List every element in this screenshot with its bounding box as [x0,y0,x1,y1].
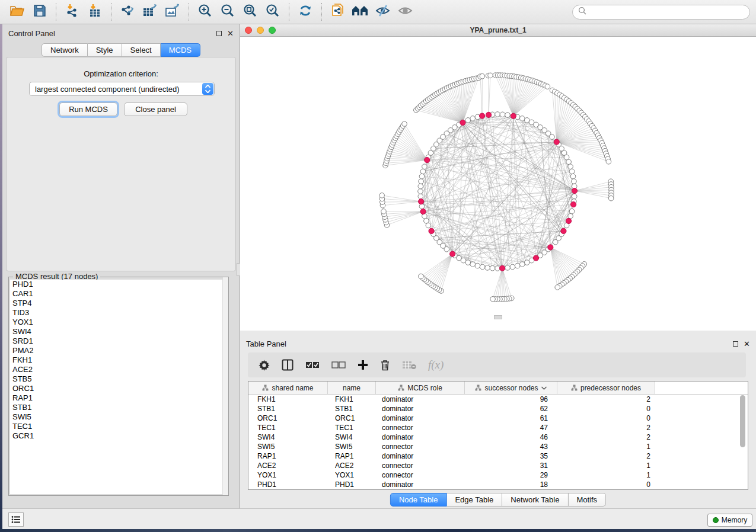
mcds-result-item[interactable]: STB1 [10,403,227,412]
columns-icon[interactable] [282,359,294,371]
float-panel-button[interactable] [216,31,222,36]
network-node[interactable] [495,112,500,117]
network-node[interactable] [519,262,525,267]
select-all-icon[interactable] [305,361,320,369]
network-window-titlebar[interactable]: YPA_prune.txt_1 [240,24,756,37]
float-table-panel-button[interactable] [733,341,738,347]
refresh-button[interactable] [295,2,315,21]
network-node[interactable] [480,264,485,270]
mcds-result-item[interactable]: CAR1 [10,289,227,299]
network-node[interactable] [568,164,573,169]
network-node[interactable] [418,194,423,199]
mcds-result-item[interactable]: ORC1 [10,384,227,393]
network-canvas[interactable] [240,37,756,331]
network-node[interactable] [519,116,525,121]
tab-motifs[interactable]: Motifs [568,493,606,507]
table-row[interactable]: ORC1ORC1dominator610 [248,414,748,423]
network-hub-node[interactable] [425,158,430,163]
tab-node-table[interactable]: Node Table [390,493,447,507]
search-field[interactable] [572,5,750,20]
import-table-button[interactable] [85,2,105,21]
export-network-button[interactable] [117,2,138,21]
network-hub-node[interactable] [460,120,465,125]
network-node[interactable] [470,262,476,267]
network-node[interactable] [475,263,480,268]
network-leaf-node[interactable] [606,159,611,164]
network-leaf-node[interactable] [490,297,496,302]
network-hub-node[interactable] [420,209,426,214]
column-header-mcds-role[interactable]: MCDS role [376,382,465,394]
tab-style[interactable]: Style [88,43,122,57]
table-row[interactable]: YOX1YOX1connector291 [248,470,748,480]
mcds-result-item[interactable]: RAP1 [10,393,227,403]
tab-mcds[interactable]: MCDS [161,43,200,57]
clone-network-button[interactable] [328,2,348,21]
network-node[interactable] [485,265,490,271]
network-hub-node[interactable] [479,113,484,118]
export-image-button[interactable] [162,2,183,21]
mcds-result-item[interactable]: PMA2 [10,346,227,355]
network-node[interactable] [572,179,577,184]
find-neighbors-button[interactable] [350,2,371,21]
table-row[interactable]: STB1STB1dominator620 [248,404,748,414]
network-node[interactable] [465,118,471,123]
optimization-criterion-select[interactable]: largest connected component (undirected) [29,82,215,96]
import-network-button[interactable] [62,2,82,21]
table-scrollbar-thumb[interactable] [740,395,745,447]
network-node[interactable] [500,112,505,117]
mcds-result-item[interactable]: PHD1 [10,280,227,289]
add-row-icon[interactable] [358,360,368,370]
network-node[interactable] [505,113,511,118]
network-leaf-node[interactable] [402,121,407,127]
network-leaf-node[interactable] [488,73,493,78]
network-leaf-node[interactable] [545,84,550,89]
network-hub-node[interactable] [561,228,566,233]
delete-column-icon[interactable] [402,360,416,370]
table-row[interactable]: TEC1TEC1connector472 [248,423,748,432]
export-table-button[interactable] [140,2,160,21]
gear-icon[interactable] [259,360,270,371]
network-node[interactable] [569,169,575,174]
mcds-result-item[interactable]: SWI5 [10,412,227,422]
table-row[interactable]: SWI4SWI4dominator462 [248,432,748,442]
table-row[interactable]: FKH1FKH1dominator962 [248,395,748,404]
network-node[interactable] [550,134,555,140]
network-node[interactable] [420,169,426,174]
mcds-list-scrollbar[interactable] [222,277,228,495]
memory-button[interactable]: Memory [707,514,752,527]
network-node[interactable] [566,159,572,165]
show-all-button[interactable] [395,2,416,21]
mcds-result-item[interactable]: SWI4 [10,327,227,336]
mcds-result-item[interactable]: TID3 [10,308,227,318]
mcds-result-item[interactable]: YOX1 [10,318,227,327]
network-node[interactable] [572,194,577,199]
close-panel-icon-button[interactable]: ✕ [227,31,234,36]
tab-edge-table[interactable]: Edge Table [446,493,502,507]
network-hub-node[interactable] [450,251,455,257]
search-input[interactable] [587,8,744,16]
network-node[interactable] [570,174,576,179]
network-node[interactable] [510,264,515,270]
close-table-panel-button[interactable]: ✕ [744,341,750,347]
network-node[interactable] [568,213,573,219]
network-leaf-node[interactable] [608,196,614,201]
network-node[interactable] [569,209,575,214]
tab-network-table[interactable]: Network Table [502,493,568,507]
zoom-in-button[interactable] [195,2,215,21]
network-hub-node[interactable] [419,199,424,204]
deselect-all-icon[interactable] [331,361,346,369]
zoom-fit-button[interactable] [240,2,260,21]
table-row[interactable]: RAP1RAP1dominator352 [248,451,748,461]
table-scrollbar[interactable] [739,395,746,488]
network-node[interactable] [524,260,529,265]
network-node[interactable] [495,266,500,271]
network-node[interactable] [422,164,428,169]
zoom-out-button[interactable] [218,2,238,21]
mcds-result-item[interactable]: ACE2 [10,365,227,374]
table-row[interactable]: PHD1PHD1dominator180 [248,480,748,489]
mcds-result-item[interactable]: STP4 [10,299,227,308]
network-hub-node[interactable] [429,228,434,233]
network-hub-node[interactable] [533,255,538,261]
network-node[interactable] [419,174,425,179]
zoom-selected-button[interactable] [263,2,283,21]
